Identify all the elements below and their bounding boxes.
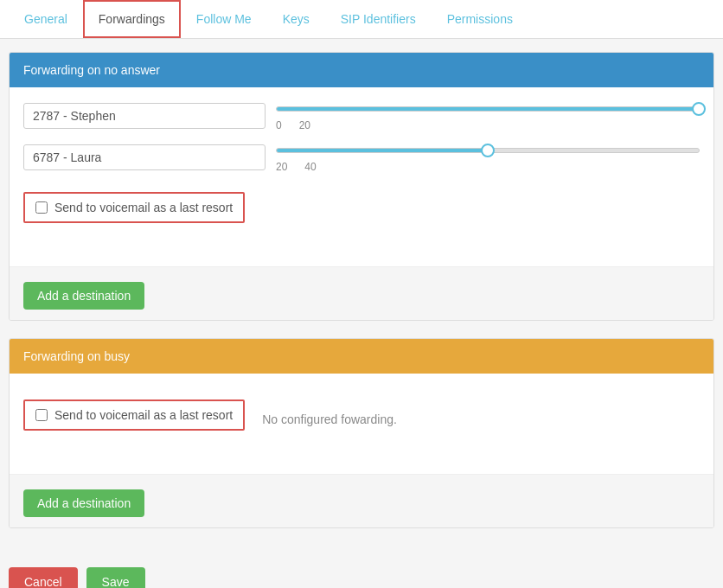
footer-actions: Cancel Save [0,559,723,588]
slider-labels-1: 0 20 [276,119,700,131]
busy-body-inner: Send to voicemail as a last resort No co… [23,387,700,457]
cancel-button[interactable]: Cancel [9,567,78,588]
slider-max-label-2: 40 [304,161,316,173]
slider-thumb-1[interactable] [692,102,706,116]
no-answer-title: Forwarding on no answer [23,63,160,77]
destination-row-2: 20 40 [23,142,700,173]
slider-min-label-2: 20 [276,161,287,173]
tab-sip-identifiers[interactable]: SIP Identifiers [325,0,432,38]
destination-input-2[interactable] [23,144,266,170]
voicemail-checkbox-1[interactable] [35,201,48,214]
slider-max-label-1: 20 [299,119,310,131]
slider-container-2: 20 40 [276,142,700,173]
slider-fill-2 [277,149,488,152]
tab-follow-me[interactable]: Follow Me [181,0,267,38]
no-answer-body: 0 20 20 40 [10,87,713,266]
busy-left: Send to voicemail as a last resort [23,387,245,457]
busy-right: No configured fowarding. [262,387,700,457]
tab-bar: General Forwardings Follow Me Keys SIP I… [0,0,723,39]
voicemail-label-2: Send to voicemail as a last resort [54,408,233,422]
slider-container-1: 0 20 [276,100,700,131]
add-destination-button-2[interactable]: Add a destination [23,489,144,517]
busy-body: Send to voicemail as a last resort No co… [10,374,713,474]
slider-thumb-2[interactable] [481,144,495,157]
slider-fill-1 [277,107,699,111]
tab-keys[interactable]: Keys [267,0,325,38]
add-destination-button-1[interactable]: Add a destination [23,282,144,310]
destination-row-1: 0 20 [23,100,700,131]
voicemail-checkbox-row-1[interactable]: Send to voicemail as a last resort [23,192,245,223]
save-button[interactable]: Save [86,567,145,588]
slider-track-wrapper-1 [276,100,700,118]
busy-title: Forwarding on busy [23,349,130,363]
slider-min-label-1: 0 [276,119,282,131]
voicemail-checkbox-2[interactable] [35,409,48,421]
no-answer-footer: Add a destination [10,266,713,320]
no-answer-header: Forwarding on no answer [10,53,713,87]
busy-header: Forwarding on busy [10,339,713,374]
no-forwarding-text: No configured fowarding. [262,395,397,435]
tab-general[interactable]: General [9,0,83,38]
slider-labels-2: 20 40 [276,161,700,173]
no-answer-section: Forwarding on no answer 0 20 [9,52,714,321]
destination-input-1[interactable] [23,103,266,129]
busy-section: Forwarding on busy Send to voicemail as … [9,338,714,528]
voicemail-label-1: Send to voicemail as a last resort [54,201,233,214]
slider-track-wrapper-2 [276,142,700,159]
slider-track-1 [276,106,700,112]
busy-footer: Add a destination [10,474,713,527]
page-content: Forwarding on no answer 0 20 [0,39,723,559]
slider-track-2 [276,148,700,153]
tab-forwardings[interactable]: Forwardings [83,0,181,38]
tab-permissions[interactable]: Permissions [432,0,528,38]
voicemail-checkbox-row-2[interactable]: Send to voicemail as a last resort [23,399,245,431]
